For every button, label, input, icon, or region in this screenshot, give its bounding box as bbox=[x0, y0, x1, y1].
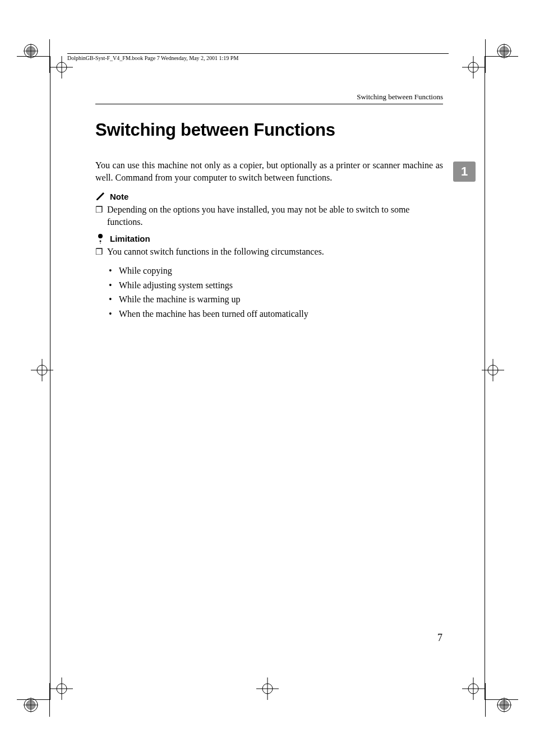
crop-line bbox=[17, 56, 50, 57]
crop-line bbox=[485, 56, 518, 57]
list-item: ❐ Depending on the options you have inst… bbox=[95, 204, 443, 228]
page-number: 7 bbox=[437, 632, 442, 644]
crosshair-mark-top-right bbox=[462, 56, 485, 79]
chapter-tab: 1 bbox=[453, 162, 476, 182]
crosshair-mark-bottom-left bbox=[50, 677, 73, 700]
note-heading: Note bbox=[95, 191, 443, 201]
book-info: DolphinGB-Syst-F_V4_FM.book Page 7 Wedne… bbox=[67, 53, 449, 61]
list-item: While adjusting system settings bbox=[119, 278, 443, 293]
chapter-number: 1 bbox=[461, 164, 468, 179]
page-content: Switching between Functions Switching be… bbox=[95, 93, 443, 321]
person-icon bbox=[95, 233, 105, 243]
guide-line-left bbox=[50, 56, 50, 700]
crosshair-mark-bottom-right bbox=[462, 677, 485, 700]
limitation-bullets: While copying While adjusting system set… bbox=[95, 264, 443, 321]
svg-point-37 bbox=[98, 234, 103, 238]
limitation-heading: Limitation bbox=[95, 233, 443, 243]
crop-line bbox=[485, 39, 486, 73]
note-item-text: Depending on the options you have instal… bbox=[107, 204, 443, 228]
list-item: ❐ You cannot switch functions in the fol… bbox=[95, 246, 443, 258]
pencil-icon bbox=[95, 191, 105, 201]
note-label: Note bbox=[110, 192, 128, 201]
crosshair-mark-bottom-center bbox=[256, 677, 279, 700]
svg-point-38 bbox=[100, 241, 102, 242]
checkbox-bullet-icon: ❐ bbox=[95, 246, 103, 258]
crop-line bbox=[17, 699, 50, 700]
book-info-rule bbox=[67, 53, 449, 54]
checkbox-bullet-icon: ❐ bbox=[95, 204, 103, 216]
page-title: Switching between Functions bbox=[95, 120, 443, 140]
limitation-intro-text: You cannot switch functions in the follo… bbox=[107, 246, 443, 258]
intro-paragraph: You can use this machine not only as a c… bbox=[95, 159, 443, 183]
limitation-label: Limitation bbox=[110, 234, 150, 243]
list-item: When the machine has been turned off aut… bbox=[119, 307, 443, 321]
crop-line bbox=[485, 683, 486, 717]
running-head: Switching between Functions bbox=[95, 93, 443, 104]
list-item: While copying bbox=[119, 264, 443, 278]
book-info-text: DolphinGB-Syst-F_V4_FM.book Page 7 Wedne… bbox=[67, 55, 449, 61]
crop-line bbox=[485, 699, 518, 700]
list-item: While the machine is warming up bbox=[119, 292, 443, 307]
svg-point-39 bbox=[100, 243, 101, 243]
guide-line-right bbox=[485, 56, 485, 700]
limitation-intro-list: ❐ You cannot switch functions in the fol… bbox=[95, 246, 443, 258]
crosshair-mark-right-mid bbox=[482, 359, 504, 381]
note-list: ❐ Depending on the options you have inst… bbox=[95, 204, 443, 228]
